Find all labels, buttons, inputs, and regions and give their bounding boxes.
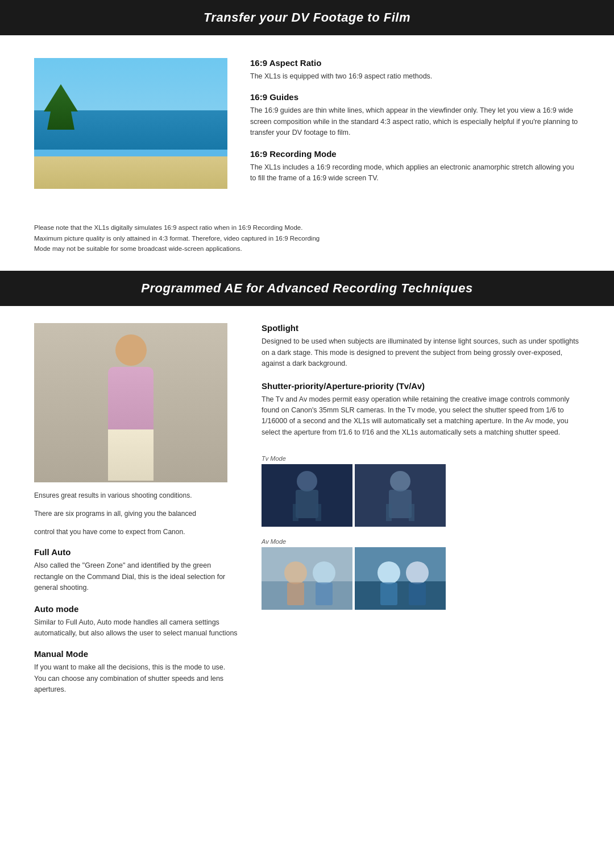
feature1-body: The XL1s is equipped with two 16:9 aspec…	[250, 71, 580, 82]
spotlight-body: Designed to be used when subjects are il…	[262, 336, 580, 369]
tv-image-left	[262, 464, 352, 527]
spotlight-title: Spotlight	[262, 323, 580, 333]
auto-mode-body: Similar to Full Auto, Auto mode handles …	[34, 617, 239, 639]
svg-rect-17	[355, 581, 446, 610]
tv-mode-images	[262, 464, 580, 527]
person-torso	[108, 367, 154, 429]
svg-point-12	[284, 561, 307, 584]
feature3-body: The XL1s includes a 16:9 recording mode,…	[250, 162, 580, 184]
person-legs	[108, 429, 154, 481]
section2-right: Spotlight Designed to be used when subje…	[262, 323, 580, 610]
section1-content: 16:9 Aspect Ratio The XL1s is equipped w…	[0, 35, 614, 217]
svg-point-14	[313, 561, 335, 584]
svg-point-20	[406, 561, 429, 584]
av-mode-images	[262, 547, 580, 610]
tv-mode-label: Tv Mode	[262, 455, 580, 462]
beach-sand	[34, 156, 227, 189]
notice-text: Please note that the XL1s digitally simu…	[34, 222, 580, 254]
svg-rect-9	[409, 504, 414, 521]
svg-rect-4	[316, 504, 321, 521]
svg-rect-19	[380, 582, 397, 605]
feature2-body: The 16:9 guides are thin white lines, wh…	[250, 105, 580, 138]
feature-shutter-priority: Shutter-priority/Aperture-priority (Tv/A…	[262, 381, 580, 439]
svg-point-1	[297, 471, 317, 491]
av-image-left	[262, 547, 352, 610]
svg-rect-3	[293, 504, 298, 521]
section2-header: Programmed AE for Advanced Recording Tec…	[0, 271, 614, 306]
notice-box: Please note that the XL1s digitally simu…	[0, 217, 614, 265]
shutter-priority-body: The Tv and Av modes permit easy operatio…	[262, 394, 580, 439]
section2-content: Ensures great results in various shootin…	[0, 306, 614, 717]
svg-point-18	[377, 561, 400, 584]
full-auto-body: Also called the "Green Zone" and identif…	[34, 560, 239, 593]
shutter-priority-title: Shutter-priority/Aperture-priority (Tv/A…	[262, 381, 580, 391]
svg-rect-7	[389, 490, 412, 518]
tv-mode-section: Tv Mode	[262, 455, 580, 527]
caption1: Ensures great results in various shootin…	[34, 490, 239, 501]
feature-manual-mode: Manual Mode If you want to make all the …	[34, 649, 239, 695]
caption2: There are six programs in all, giving yo…	[34, 509, 239, 519]
section1-text: 16:9 Aspect Ratio The XL1s is equipped w…	[250, 58, 580, 194]
section1-header: Transfer your DV Footage to Film	[0, 0, 614, 35]
person-image	[34, 323, 227, 482]
svg-rect-2	[296, 490, 318, 518]
manual-mode-body: If you want to make all the decisions, t…	[34, 662, 239, 695]
feature-full-auto: Full Auto Also called the "Green Zone" a…	[34, 547, 239, 593]
feature2-title: 16:9 Guides	[250, 92, 580, 102]
feature3-title: 16:9 Recording Mode	[250, 149, 580, 159]
feature-auto-mode: Auto mode Similar to Full Auto, Auto mod…	[34, 604, 239, 639]
svg-point-6	[390, 471, 410, 491]
section2-left: Ensures great results in various shootin…	[34, 323, 239, 705]
tv-image-right	[355, 464, 446, 527]
feature-spotlight: Spotlight Designed to be used when subje…	[262, 323, 580, 369]
manual-mode-title: Manual Mode	[34, 649, 239, 659]
feature1-title: 16:9 Aspect Ratio	[250, 58, 580, 68]
svg-rect-15	[316, 582, 333, 605]
person-figure	[94, 334, 168, 482]
caption3: control that you have come to expect fro…	[34, 527, 239, 537]
person-head	[115, 334, 147, 366]
svg-rect-8	[386, 504, 392, 521]
svg-rect-13	[287, 582, 304, 605]
full-auto-title: Full Auto	[34, 547, 239, 557]
av-mode-section: Av Mode	[262, 538, 580, 610]
av-mode-label: Av Mode	[262, 538, 580, 545]
svg-rect-11	[262, 581, 352, 610]
av-image-right	[355, 547, 446, 610]
beach-image	[34, 58, 227, 189]
auto-mode-title: Auto mode	[34, 604, 239, 614]
svg-rect-21	[409, 582, 426, 605]
